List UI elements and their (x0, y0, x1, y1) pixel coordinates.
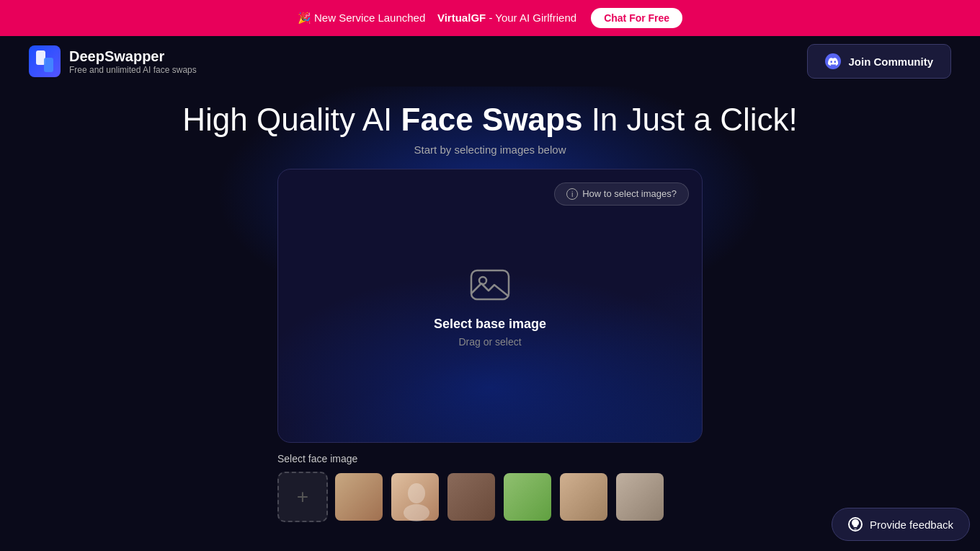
upload-icon-wrap: Select base image Drag or select (434, 263, 546, 348)
face-thumb-1[interactable] (334, 472, 384, 522)
banner-tagline: - Your AI Girlfriend (489, 12, 576, 24)
face-thumb-5[interactable] (558, 472, 609, 522)
banner-text: 🎉 New Service Launched VirtualGF - Your … (298, 12, 576, 25)
svg-point-5 (404, 504, 429, 521)
banner-prefix: 🎉 New Service Launched (298, 12, 425, 24)
face-thumb-4[interactable] (502, 472, 553, 522)
face-image-2 (391, 473, 439, 521)
chat-for-free-button[interactable]: Chat For Free (591, 8, 682, 28)
face-thumbnails: + (277, 472, 703, 522)
how-to-button[interactable]: i How to select images? (554, 182, 689, 206)
join-community-button[interactable]: Join Community (807, 44, 951, 79)
logo-text: DeepSwapper Free and unlimited AI face s… (69, 48, 197, 75)
app-name: DeepSwapper (69, 48, 197, 65)
face-image-5 (560, 473, 607, 521)
lightbulb-icon (848, 517, 863, 532)
face-image-6 (616, 473, 664, 521)
headline-part2: In Just a Click! (582, 102, 797, 137)
provide-feedback-button[interactable]: Provide feedback (832, 508, 970, 541)
add-face-button[interactable]: + (277, 472, 328, 522)
how-to-label: How to select images? (582, 188, 677, 199)
app-tagline: Free and unlimited AI face swaps (69, 65, 197, 75)
upload-area[interactable]: i How to select images? Select base imag… (277, 169, 703, 443)
face-image-4 (504, 473, 551, 521)
face-section-label: Select face image (277, 453, 703, 464)
feedback-label: Provide feedback (870, 519, 953, 531)
top-banner: 🎉 New Service Launched VirtualGF - Your … (0, 0, 980, 36)
svg-point-4 (408, 483, 425, 503)
header: DeepSwapper Free and unlimited AI face s… (0, 36, 980, 87)
headline-part1: High Quality AI (182, 102, 401, 137)
face-thumb-3[interactable] (446, 472, 496, 522)
face-image-section: Select face image + (277, 453, 703, 522)
banner-brand: VirtualGF (437, 12, 486, 24)
upload-label: Select base image (434, 317, 546, 332)
info-icon: i (566, 188, 578, 200)
subheadline: Start by selecting images below (414, 144, 566, 156)
add-icon: + (297, 485, 308, 508)
headline: High Quality AI Face Swaps In Just a Cli… (182, 101, 797, 139)
face-image-1 (335, 473, 383, 521)
main-content: High Quality AI Face Swaps In Just a Cli… (0, 87, 980, 522)
face-image-3 (447, 473, 495, 521)
upload-sub: Drag or select (458, 336, 521, 348)
logo-area: DeepSwapper Free and unlimited AI face s… (29, 45, 197, 77)
face-thumb-6[interactable] (615, 472, 665, 522)
logo-icon (29, 45, 61, 77)
face-thumb-2[interactable] (390, 472, 440, 522)
headline-bold: Face Swaps (401, 102, 583, 137)
svg-rect-1 (44, 58, 53, 72)
svg-rect-2 (471, 270, 509, 299)
svg-point-3 (479, 277, 486, 284)
discord-icon (825, 53, 841, 69)
join-community-label: Join Community (848, 56, 933, 68)
upload-image-icon (468, 263, 512, 307)
